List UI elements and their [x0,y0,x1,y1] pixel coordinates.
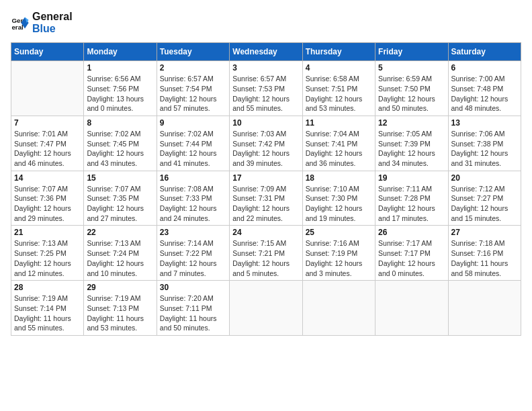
calendar-cell [375,281,448,336]
calendar-cell: 17Sunrise: 7:09 AMSunset: 7:31 PMDayligh… [230,171,302,226]
day-number: 8 [87,118,153,128]
header-saturday: Saturday [448,43,521,61]
calendar-cell: 8Sunrise: 7:02 AMSunset: 7:45 PMDaylight… [84,116,157,171]
calendar-cell: 25Sunrise: 7:16 AMSunset: 7:19 PMDayligh… [302,226,375,281]
day-info: Sunrise: 7:02 AMSunset: 7:45 PMDaylight:… [87,129,153,169]
day-info: Sunrise: 7:20 AMSunset: 7:11 PMDaylight:… [160,293,226,333]
calendar-cell: 12Sunrise: 7:05 AMSunset: 7:39 PMDayligh… [375,116,448,171]
day-number: 6 [451,63,518,73]
header-tuesday: Tuesday [157,43,229,61]
day-info: Sunrise: 7:14 AMSunset: 7:22 PMDaylight:… [160,238,226,278]
day-info: Sunrise: 7:16 AMSunset: 7:19 PMDaylight:… [306,238,372,278]
logo-blue-text: Blue [32,23,73,35]
calendar-week-5: 28Sunrise: 7:19 AMSunset: 7:14 PMDayligh… [11,281,521,336]
logo-text: General [32,11,73,23]
day-info: Sunrise: 7:19 AMSunset: 7:13 PMDaylight:… [87,293,153,333]
page-header: Gen eral General Blue [11,11,521,34]
calendar-week-1: 1Sunrise: 6:56 AMSunset: 7:56 PMDaylight… [11,61,521,116]
day-info: Sunrise: 6:56 AMSunset: 7:56 PMDaylight:… [87,74,153,113]
calendar-cell: 20Sunrise: 7:12 AMSunset: 7:27 PMDayligh… [448,171,521,226]
day-info: Sunrise: 6:57 AMSunset: 7:54 PMDaylight:… [160,74,226,113]
day-info: Sunrise: 7:08 AMSunset: 7:33 PMDaylight:… [160,184,226,224]
day-number: 15 [87,173,153,183]
calendar-cell: 7Sunrise: 7:01 AMSunset: 7:47 PMDaylight… [11,116,84,171]
day-number: 11 [306,118,372,128]
day-number: 28 [14,283,81,292]
day-number: 27 [451,228,518,237]
calendar-cell: 27Sunrise: 7:18 AMSunset: 7:16 PMDayligh… [448,226,521,281]
calendar-cell: 9Sunrise: 7:02 AMSunset: 7:44 PMDaylight… [157,116,229,171]
calendar-cell: 18Sunrise: 7:10 AMSunset: 7:30 PMDayligh… [302,171,375,226]
day-info: Sunrise: 7:00 AMSunset: 7:48 PMDaylight:… [451,74,518,113]
day-info: Sunrise: 7:02 AMSunset: 7:44 PMDaylight:… [160,129,226,169]
day-number: 21 [14,228,81,237]
day-info: Sunrise: 7:05 AMSunset: 7:39 PMDaylight:… [378,129,445,169]
day-number: 30 [160,283,226,292]
day-number: 17 [232,173,299,183]
day-number: 16 [160,173,226,183]
calendar-cell [230,281,302,336]
calendar-cell [11,61,84,116]
header-friday: Friday [375,43,448,61]
header-sunday: Sunday [11,43,84,61]
day-number: 5 [378,63,445,73]
day-info: Sunrise: 7:07 AMSunset: 7:35 PMDaylight:… [87,184,153,224]
header-wednesday: Wednesday [230,43,302,61]
day-number: 10 [232,118,299,128]
logo-icon: Gen eral [11,13,30,32]
day-info: Sunrise: 7:04 AMSunset: 7:41 PMDaylight:… [306,129,372,169]
calendar-cell: 3Sunrise: 6:57 AMSunset: 7:53 PMDaylight… [230,61,302,116]
day-info: Sunrise: 6:57 AMSunset: 7:53 PMDaylight:… [232,74,299,113]
calendar-cell: 5Sunrise: 6:59 AMSunset: 7:50 PMDaylight… [375,61,448,116]
day-info: Sunrise: 7:07 AMSunset: 7:36 PMDaylight:… [14,184,81,224]
calendar-table: SundayMondayTuesdayWednesdayThursdayFrid… [11,42,521,336]
day-info: Sunrise: 7:19 AMSunset: 7:14 PMDaylight:… [14,293,81,333]
day-info: Sunrise: 7:01 AMSunset: 7:47 PMDaylight:… [14,129,81,169]
day-info: Sunrise: 7:03 AMSunset: 7:42 PMDaylight:… [232,129,299,169]
logo: Gen eral General Blue [11,11,73,34]
day-info: Sunrise: 7:10 AMSunset: 7:30 PMDaylight:… [306,184,372,224]
day-number: 23 [160,228,226,237]
calendar-cell: 10Sunrise: 7:03 AMSunset: 7:42 PMDayligh… [230,116,302,171]
day-info: Sunrise: 7:13 AMSunset: 7:24 PMDaylight:… [87,238,153,278]
day-info: Sunrise: 6:58 AMSunset: 7:51 PMDaylight:… [306,74,372,113]
day-info: Sunrise: 7:12 AMSunset: 7:27 PMDaylight:… [451,184,518,224]
day-number: 20 [451,173,518,183]
header-monday: Monday [84,43,157,61]
day-info: Sunrise: 7:11 AMSunset: 7:28 PMDaylight:… [378,184,445,224]
day-number: 2 [160,63,226,73]
calendar-header-row: SundayMondayTuesdayWednesdayThursdayFrid… [11,43,521,61]
calendar-cell: 16Sunrise: 7:08 AMSunset: 7:33 PMDayligh… [157,171,229,226]
calendar-cell: 2Sunrise: 6:57 AMSunset: 7:54 PMDaylight… [157,61,229,116]
day-number: 25 [306,228,372,237]
calendar-cell: 13Sunrise: 7:06 AMSunset: 7:38 PMDayligh… [448,116,521,171]
calendar-cell: 24Sunrise: 7:15 AMSunset: 7:21 PMDayligh… [230,226,302,281]
calendar-week-4: 21Sunrise: 7:13 AMSunset: 7:25 PMDayligh… [11,226,521,281]
day-info: Sunrise: 7:17 AMSunset: 7:17 PMDaylight:… [378,238,445,278]
calendar-week-3: 14Sunrise: 7:07 AMSunset: 7:36 PMDayligh… [11,171,521,226]
day-info: Sunrise: 7:06 AMSunset: 7:38 PMDaylight:… [451,129,518,169]
day-number: 12 [378,118,445,128]
day-number: 18 [306,173,372,183]
calendar-cell: 29Sunrise: 7:19 AMSunset: 7:13 PMDayligh… [84,281,157,336]
calendar-cell: 14Sunrise: 7:07 AMSunset: 7:36 PMDayligh… [11,171,84,226]
day-number: 7 [14,118,81,128]
calendar-cell: 28Sunrise: 7:19 AMSunset: 7:14 PMDayligh… [11,281,84,336]
calendar-week-2: 7Sunrise: 7:01 AMSunset: 7:47 PMDaylight… [11,116,521,171]
day-number: 3 [232,63,299,73]
day-number: 9 [160,118,226,128]
day-number: 22 [87,228,153,237]
svg-text:eral: eral [11,23,24,30]
calendar-cell: 30Sunrise: 7:20 AMSunset: 7:11 PMDayligh… [157,281,229,336]
day-number: 1 [87,63,153,73]
calendar-cell: 6Sunrise: 7:00 AMSunset: 7:48 PMDaylight… [448,61,521,116]
day-number: 13 [451,118,518,128]
day-info: Sunrise: 7:09 AMSunset: 7:31 PMDaylight:… [232,184,299,224]
day-info: Sunrise: 6:59 AMSunset: 7:50 PMDaylight:… [378,74,445,113]
calendar-cell: 4Sunrise: 6:58 AMSunset: 7:51 PMDaylight… [302,61,375,116]
day-info: Sunrise: 7:13 AMSunset: 7:25 PMDaylight:… [14,238,81,278]
day-number: 4 [306,63,372,73]
day-number: 19 [378,173,445,183]
header-thursday: Thursday [302,43,375,61]
calendar-cell: 15Sunrise: 7:07 AMSunset: 7:35 PMDayligh… [84,171,157,226]
